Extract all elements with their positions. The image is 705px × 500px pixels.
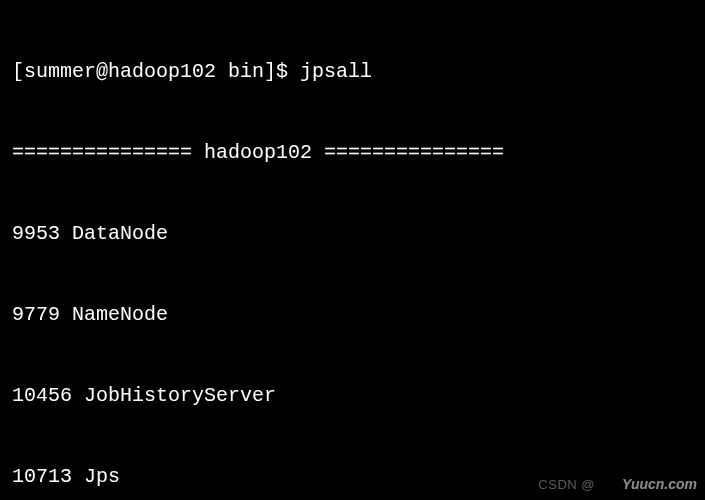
process-line: 9779 NameNode <box>12 301 693 328</box>
command-text: jpsall <box>300 60 372 83</box>
shell-prompt: [summer@hadoop102 bin]$ <box>12 60 300 83</box>
watermark-yuucn: Yuucn.com <box>622 475 697 494</box>
watermark-csdn: CSDN @ <box>538 476 595 494</box>
process-line: 10456 JobHistoryServer <box>12 382 693 409</box>
terminal-output[interactable]: [summer@hadoop102 bin]$ jpsall =========… <box>12 4 693 500</box>
section-header: =============== hadoop102 ==============… <box>12 139 693 166</box>
process-line: 9953 DataNode <box>12 220 693 247</box>
prompt-line-1: [summer@hadoop102 bin]$ jpsall <box>12 58 693 85</box>
